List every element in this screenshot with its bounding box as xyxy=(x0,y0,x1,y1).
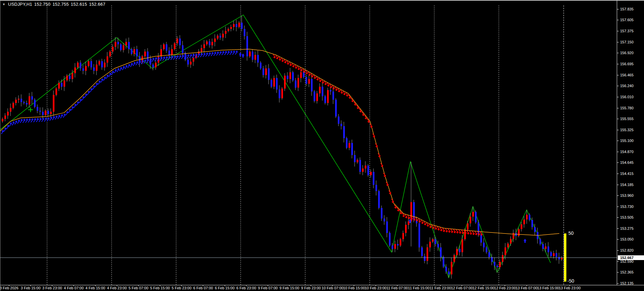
candle-bear xyxy=(322,87,323,97)
candle-bear xyxy=(306,77,307,84)
candle-bull xyxy=(144,51,146,56)
candle-bull xyxy=(545,247,547,249)
time-axis-label: 10 Feb 15:00 xyxy=(343,286,365,290)
chart-canvas[interactable] xyxy=(0,1,644,291)
candle-bull xyxy=(523,219,525,224)
candle-bear xyxy=(539,239,541,244)
candle-bear xyxy=(494,262,495,265)
candle-bear xyxy=(332,92,334,100)
candle-bull xyxy=(432,239,434,242)
price-tick-mark xyxy=(617,9,619,9)
candle-bull xyxy=(319,87,321,94)
candle-bull xyxy=(174,43,175,49)
candle-bull xyxy=(316,94,318,101)
candle-bear xyxy=(236,24,237,27)
price-tick-label: 156.010 xyxy=(620,95,634,99)
candle-bull xyxy=(405,225,407,233)
candle-bear xyxy=(82,68,84,71)
candle-bear xyxy=(117,42,119,44)
trend-up-arrow-icon xyxy=(222,51,224,55)
trend-down-arrow-icon xyxy=(467,231,469,234)
candle-bear xyxy=(90,61,92,68)
candle-bear xyxy=(26,103,28,104)
price-axis[interactable]: 157.835157.605157.375157.150156.920156.6… xyxy=(617,1,644,285)
candle-bear xyxy=(209,41,210,45)
candle-bear xyxy=(152,65,154,68)
candle-bull xyxy=(284,76,286,89)
candle-bull xyxy=(499,262,501,267)
collapse-triangle-icon[interactable]: ▼ xyxy=(2,3,5,6)
candle-bull xyxy=(53,95,54,112)
time-axis-label: 4 Feb 15:00 xyxy=(85,286,105,290)
candle-bull xyxy=(15,100,17,103)
price-tick-label: 153.275 xyxy=(620,226,634,230)
trend-up-arrow-icon xyxy=(55,116,57,119)
trend-up-arrow-icon xyxy=(15,121,17,124)
candle-bear xyxy=(397,244,399,245)
candle-bull xyxy=(228,29,229,31)
candle-bull xyxy=(77,63,79,67)
trend-down-arrow-icon xyxy=(437,227,439,230)
candle-bear xyxy=(373,172,374,185)
candle-bull xyxy=(472,212,474,217)
trend-up-arrow-icon xyxy=(4,128,6,131)
price-tick-mark xyxy=(617,86,619,86)
trend-down-arrow-icon xyxy=(448,229,450,232)
ma-line xyxy=(0,49,559,235)
trend-up-arrow-icon xyxy=(50,117,52,120)
trend-up-arrow-icon xyxy=(120,67,122,71)
candle-bull xyxy=(109,51,111,56)
candle-bull xyxy=(467,223,469,230)
candle-bull xyxy=(133,49,135,54)
candle-bear xyxy=(47,111,49,114)
time-axis-label: 13 Feb 15:00 xyxy=(537,286,559,290)
candle-bear xyxy=(534,227,536,232)
trend-up-arrow-icon xyxy=(42,118,44,121)
time-axis-label: 13 Feb 07:00 xyxy=(516,286,537,290)
trend-down-arrow-icon xyxy=(427,223,429,226)
price-tick-mark xyxy=(617,207,619,207)
time-axis[interactable]: 3 Feb 20263 Feb 15:003 Feb 23:004 Feb 07… xyxy=(0,285,644,291)
trend-down-arrow-icon xyxy=(338,88,340,92)
candle-bear xyxy=(367,166,369,175)
candle-bull xyxy=(507,244,509,247)
candle-bull xyxy=(125,42,127,45)
buy-signal-arrow-icon xyxy=(524,239,527,243)
trend-up-arrow-icon xyxy=(216,52,218,55)
price-tick-mark xyxy=(617,64,619,64)
trend-down-arrow-icon xyxy=(340,90,343,94)
trend-up-arrow-icon xyxy=(206,53,208,56)
price-tick-label: 154.415 xyxy=(620,172,634,176)
trend-up-arrow-icon xyxy=(66,112,68,115)
candle-bear xyxy=(529,215,530,220)
candle-bear xyxy=(459,249,460,252)
trend-down-arrow-icon xyxy=(367,119,369,122)
candle-bear xyxy=(338,116,339,124)
candle-bull xyxy=(72,73,73,79)
trend-up-arrow-icon xyxy=(87,91,89,95)
price-tick-label: 153.050 xyxy=(620,237,634,241)
trend-down-arrow-icon xyxy=(327,83,329,86)
candle-bull xyxy=(55,88,57,95)
candle-bull xyxy=(190,62,192,65)
candle-bull xyxy=(233,24,235,27)
time-axis-label: 6 Feb 23:00 xyxy=(236,286,256,290)
trend-up-arrow-icon xyxy=(74,104,76,108)
trend-up-arrow-icon xyxy=(63,114,65,117)
trend-up-arrow-icon xyxy=(34,118,36,122)
price-tick-mark xyxy=(617,261,619,262)
candle-bear xyxy=(448,271,450,275)
zigzag-line xyxy=(0,15,551,278)
candle-bull xyxy=(349,143,350,148)
trend-down-arrow-icon xyxy=(453,229,455,233)
price-tick-mark xyxy=(617,195,619,196)
price-tick-label: 156.240 xyxy=(620,84,634,88)
current-price-label: 152.667 xyxy=(618,255,644,260)
candle-bear xyxy=(378,191,380,208)
price-tick-label: 154.870 xyxy=(620,150,634,154)
candle-bear xyxy=(42,112,44,115)
candle-bull xyxy=(230,27,232,29)
trend-down-arrow-icon xyxy=(295,65,297,68)
candle-bull xyxy=(222,34,224,37)
quote-close: 152.667 xyxy=(89,2,105,7)
